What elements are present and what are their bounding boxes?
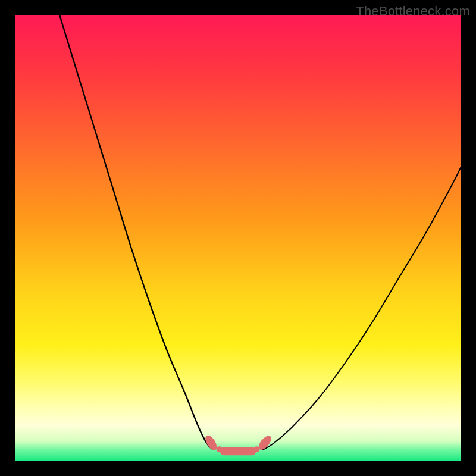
chart-stage: TheBottleneck.com bbox=[0, 0, 476, 476]
gradient-background bbox=[15, 15, 461, 461]
chart-svg bbox=[15, 15, 461, 461]
plot-area bbox=[15, 15, 461, 461]
svg-point-0 bbox=[217, 446, 223, 452]
svg-point-1 bbox=[253, 446, 259, 452]
